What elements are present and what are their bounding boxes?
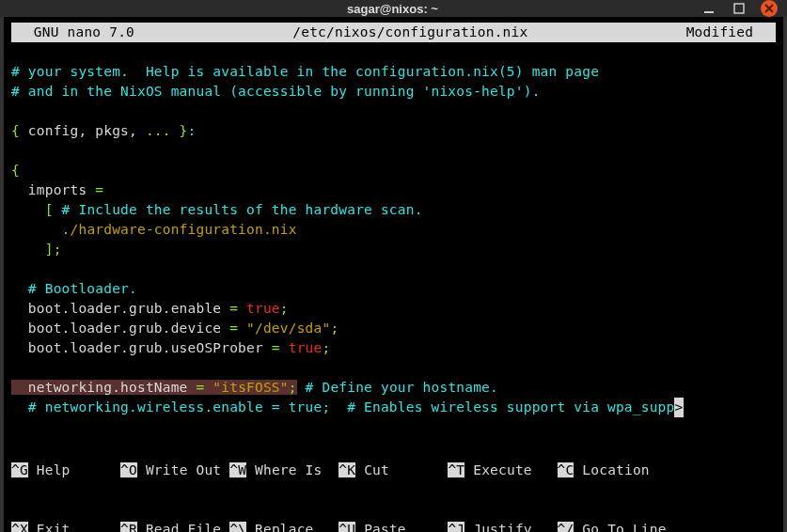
help-label: Go To Line: [574, 522, 666, 532]
code-line: .: [11, 222, 71, 237]
code-line: boot.loader.grub.device: [11, 321, 229, 336]
svg-rect-0: [704, 11, 714, 13]
editor-content[interactable]: # your system. Help is available in the …: [11, 42, 776, 417]
svg-rect-1: [734, 4, 744, 13]
help-label: Location: [574, 462, 649, 477]
help-label: Paste: [355, 522, 448, 532]
help-key[interactable]: ^U: [338, 522, 355, 532]
help-key[interactable]: ^/: [558, 522, 575, 532]
highlighted-line: networking.hostName = "itsFOSS";: [11, 380, 297, 395]
code-line: ];: [11, 242, 62, 257]
code-line: [: [11, 202, 62, 217]
code-line: imports: [11, 182, 95, 197]
terminal[interactable]: GNU nano 7.0 /etc/nixos/configuration.ni…: [0, 17, 787, 532]
help-label: Exit: [28, 522, 120, 532]
minimize-button[interactable]: [700, 0, 717, 17]
nano-help-bar: ^G Help ^O Write Out ^W Where Is ^K Cut …: [11, 421, 776, 532]
help-label: Cut: [355, 462, 448, 477]
help-key[interactable]: ^R: [120, 522, 137, 532]
code-line: {: [11, 163, 20, 178]
code-line: # Bootloader.: [11, 281, 137, 296]
help-key[interactable]: ^C: [558, 462, 575, 477]
close-button[interactable]: [761, 0, 778, 17]
maximize-button[interactable]: [731, 0, 748, 17]
help-label: Justify: [464, 522, 557, 532]
code-line: # and in the NixOS manual (accessible by…: [11, 84, 541, 99]
help-key[interactable]: ^X: [11, 522, 28, 532]
help-key[interactable]: ^T: [448, 462, 464, 477]
window-title: sagar@nixos: ~: [85, 2, 700, 16]
nano-statusbar: GNU nano 7.0 /etc/nixos/configuration.ni…: [11, 23, 776, 42]
code-line: {: [11, 123, 20, 138]
nano-modified-status: Modified: [686, 23, 770, 42]
code-line: boot.loader.grub.useOSProber: [11, 340, 272, 355]
help-key[interactable]: ^K: [338, 462, 355, 477]
help-label: Replace: [246, 522, 338, 532]
help-label: Execute: [464, 462, 557, 477]
help-key[interactable]: ^G: [11, 462, 28, 477]
code-line: # networking.wireless.enable = true; # E…: [11, 399, 674, 415]
code-line: # your system. Help is available in the …: [11, 64, 599, 79]
help-label: Help: [28, 462, 120, 477]
nano-app-name: GNU nano 7.0: [17, 23, 134, 42]
window-titlebar: sagar@nixos: ~: [0, 0, 787, 17]
help-label: Read File: [137, 522, 229, 532]
help-label: Where Is: [246, 462, 338, 477]
help-key[interactable]: ^W: [229, 462, 246, 477]
code-line: boot.loader.grub.enable: [11, 301, 229, 316]
line-continuation-indicator: >: [674, 398, 684, 417]
help-label: Write Out: [137, 462, 229, 477]
help-key[interactable]: ^\: [229, 522, 246, 532]
help-key[interactable]: ^J: [448, 522, 464, 532]
nano-file-path: /etc/nixos/configuration.nix: [134, 23, 686, 42]
help-key[interactable]: ^O: [120, 462, 137, 477]
